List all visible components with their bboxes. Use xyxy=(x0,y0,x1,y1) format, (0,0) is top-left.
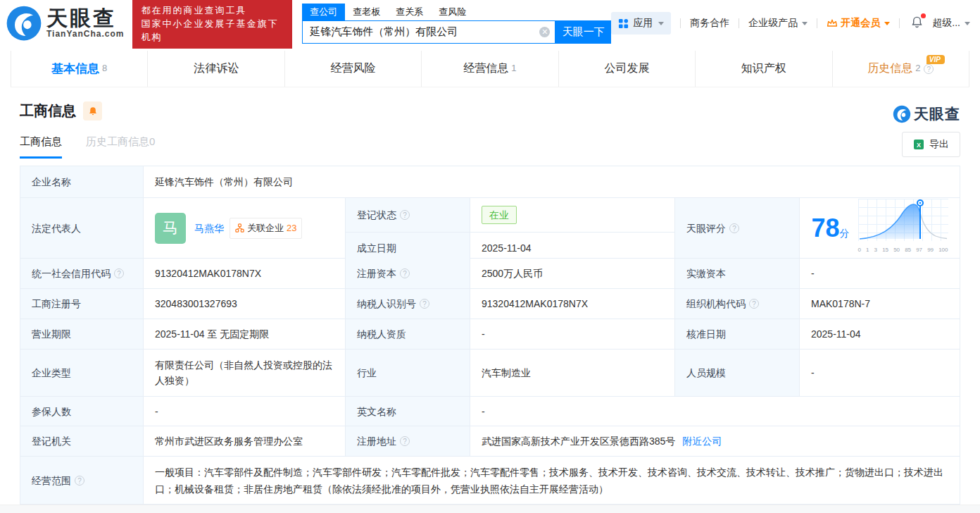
super-vip-menu[interactable]: 超级... xyxy=(932,17,970,30)
page-bottom-strip xyxy=(0,505,980,513)
search-tab-risk[interactable]: 查风险 xyxy=(431,4,474,20)
score-axis-labels: 0131550859799100 xyxy=(858,242,948,258)
divider xyxy=(680,18,681,28)
table-row: 工商注册号 320483001327693 纳税人识别号? 91320412MA… xyxy=(20,289,960,319)
tab-intellectual-property[interactable]: 知识产权 xyxy=(696,51,832,87)
industry-value: 汽车制造业 xyxy=(470,350,675,396)
export-label: 导出 xyxy=(929,138,949,151)
chevron-down-icon xyxy=(658,22,664,25)
search-tab-company[interactable]: 查公司 xyxy=(302,4,345,20)
tab-history-info[interactable]: VIP 历史信息2 ? xyxy=(833,51,969,87)
table-row: 登记机关 常州市武进区政务服务管理办公室 注册地址? 武进国家高新技术产业开发区… xyxy=(20,426,960,457)
field-label: 行业 xyxy=(346,350,470,396)
field-label: 组织机构代码? xyxy=(675,289,800,319)
reg-number-value: 320483001327693 xyxy=(144,289,346,319)
english-name-value: - xyxy=(470,397,960,426)
subtab-history-registration[interactable]: 历史工商信息0 xyxy=(86,135,155,159)
staff-size-value: - xyxy=(800,350,960,396)
business-registration-section: 工商信息 天眼查 工商信息 历史工商信息0 X 导出 xyxy=(0,101,980,505)
table-row: 统一社会信用代码? 91320412MAK0178N7X 注册资本? 2500万… xyxy=(20,259,960,289)
help-icon[interactable]: ? xyxy=(75,476,84,486)
business-cooperation-link[interactable]: 商务合作 xyxy=(690,17,729,30)
field-label: 登记机关 xyxy=(20,426,144,456)
help-icon[interactable]: ? xyxy=(400,268,410,278)
search-tabs: 查公司 查老板 查关系 查风险 xyxy=(302,4,611,20)
crown-icon xyxy=(827,18,838,28)
field-label: 人员规模 xyxy=(675,350,800,396)
help-icon[interactable]: ? xyxy=(420,299,429,309)
legal-rep-cell: 马 马燕华 关联企业 23 xyxy=(144,198,346,258)
tab-business-info[interactable]: 经营信息1 xyxy=(422,51,558,87)
export-button[interactable]: X 导出 xyxy=(902,132,960,157)
enterprise-product-menu[interactable]: 企业级产品 xyxy=(748,17,808,30)
chevron-down-icon xyxy=(884,22,890,25)
monitor-bell-button[interactable] xyxy=(83,101,102,120)
help-icon[interactable]: ? xyxy=(114,268,124,278)
apps-label: 应用 xyxy=(633,17,653,30)
reg-status-cell: 在业 xyxy=(470,198,675,232)
svg-text:X: X xyxy=(917,142,921,149)
score-value: 78 xyxy=(811,214,839,242)
tab-basic-info[interactable]: 基本信息8 xyxy=(11,51,148,87)
company-name-value: 延锋汽车饰件（常州）有限公司 xyxy=(144,166,960,197)
divider xyxy=(817,18,817,28)
open-vip-link[interactable]: 开通会员 xyxy=(827,17,890,30)
tianyancha-watermark: 天眼查 xyxy=(893,104,960,124)
org-network-icon xyxy=(235,223,244,233)
search-button[interactable]: 天眼一下 xyxy=(555,20,611,44)
field-label: 统一社会信用代码? xyxy=(20,259,144,288)
notification-dot xyxy=(921,13,926,18)
field-label: 天眼评分? xyxy=(675,198,800,258)
company-type-value: 有限责任公司（非自然人投资或控股的法人独资） xyxy=(144,350,346,396)
table-row: 参保人数 - 英文名称 - xyxy=(20,397,960,426)
help-icon[interactable]: ? xyxy=(729,223,739,233)
field-label: 实缴资本 xyxy=(675,259,800,288)
tab-operating-risk[interactable]: 经营风险 xyxy=(285,51,422,87)
watermark-text: 天眼查 xyxy=(914,104,960,124)
tab-legal-proceedings[interactable]: 法律诉讼 xyxy=(148,51,284,87)
status-badge: 在业 xyxy=(482,206,517,224)
notifications-button[interactable] xyxy=(910,16,924,31)
avatar[interactable]: 马 xyxy=(155,213,186,244)
clear-search-icon[interactable]: ✕ xyxy=(539,27,550,37)
apps-icon xyxy=(618,18,629,29)
chevron-down-icon xyxy=(965,22,970,25)
help-icon[interactable]: ? xyxy=(400,436,410,446)
search-tab-boss[interactable]: 查老板 xyxy=(345,4,388,20)
nearby-companies-link[interactable]: 附近公司 xyxy=(682,433,722,449)
table-row: 企业名称 延锋汽车饰件（常州）有限公司 xyxy=(20,166,960,198)
org-code-value: MAK0178N-7 xyxy=(800,289,960,319)
search-input[interactable] xyxy=(302,20,555,44)
subtab-business-registration[interactable]: 工商信息 xyxy=(20,135,62,159)
related-companies-badge[interactable]: 关联企业 23 xyxy=(230,218,302,239)
field-label: 注册资本? xyxy=(346,259,470,288)
legal-rep-link[interactable]: 马燕华 xyxy=(194,221,224,236)
field-label: 纳税人识别号? xyxy=(346,289,470,319)
help-icon[interactable]: ? xyxy=(400,210,410,220)
apps-menu[interactable]: 应用 xyxy=(611,12,671,35)
score-cell: 78分 xyxy=(800,198,960,258)
reg-address-cell: 武进国家高新技术产业开发区景德西路385号 附近公司 xyxy=(470,426,960,456)
slogan-line1: 都在用的商业查询工具 xyxy=(141,4,284,17)
company-nav-tabs: 基本信息8 法律诉讼 经营风险 经营信息1 公司发展 知识产权 VIP 历史信息… xyxy=(11,51,969,87)
slogan-line2: 国家中小企业发展子基金旗下机构 xyxy=(141,17,284,44)
tianyancha-logo[interactable]: 天眼查 TianYanCha.com xyxy=(6,5,124,42)
reg-address-value: 武进国家高新技术产业开发区景德西路385号 xyxy=(482,433,675,449)
score-unit: 分 xyxy=(840,228,850,239)
approval-date-value: 2025-11-04 xyxy=(800,319,960,349)
header-menu: 应用 商务合作 企业级产品 开通会员 超级... xyxy=(611,12,970,35)
bell-icon xyxy=(88,106,98,116)
search-tab-relation[interactable]: 查关系 xyxy=(388,4,431,20)
table-row: 经营范围? 一般项目：汽车零部件及配件制造；汽车零部件研发；汽车零配件批发；汽车… xyxy=(20,457,960,504)
help-icon[interactable]: ? xyxy=(924,64,934,74)
help-icon[interactable]: ? xyxy=(749,299,759,309)
business-scope-value: 一般项目：汽车零部件及配件制造；汽车零部件研发；汽车零配件批发；汽车零配件零售；… xyxy=(144,457,960,504)
business-info-table: 企业名称 延锋汽车饰件（常州）有限公司 法定代表人 马 马燕华 关联企业 23 xyxy=(20,166,960,505)
table-row: 营业期限 2025-11-04 至 无固定期限 纳税人资质 - 核准日期 202… xyxy=(20,319,960,350)
slogan-banner: 都在用的商业查询工具 国家中小企业发展子基金旗下机构 xyxy=(132,0,292,49)
logo-title: 天眼查 xyxy=(46,8,124,29)
field-label: 工商注册号 xyxy=(20,289,144,319)
tab-company-development[interactable]: 公司发展 xyxy=(559,51,696,87)
vip-badge: VIP xyxy=(926,55,945,64)
business-term-value: 2025-11-04 至 无固定期限 xyxy=(144,319,346,349)
